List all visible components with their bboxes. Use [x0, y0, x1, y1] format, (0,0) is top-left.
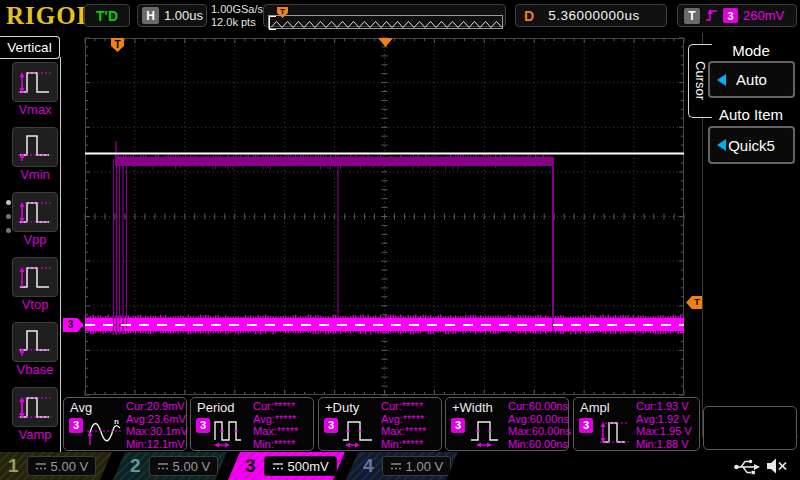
dc-coupling-icon [390, 462, 402, 471]
rigol-logo: RIGOL [6, 2, 94, 29]
left-triangle-icon [717, 74, 726, 86]
horizontal-position-indicator[interactable]: T [263, 4, 506, 27]
trigger-level-value: 260mV [743, 8, 784, 23]
channel-4-status[interactable]: 4 1.00 V [346, 452, 458, 480]
auto-item-label: Auto Item [706, 106, 796, 123]
ch3-position-marker[interactable]: 3 [63, 318, 84, 332]
channel-1-scale: 5.00 V [51, 459, 89, 474]
horizontal-scale-box[interactable]: H 1.00us [137, 4, 207, 27]
waveform-display: T [85, 38, 684, 395]
speaker-muted-icon[interactable] [765, 456, 791, 476]
ampl-max: 1.95 V [660, 425, 692, 437]
sidebar-item-vamp[interactable]: Vamp [12, 387, 58, 442]
window-bracket-icon [269, 16, 276, 30]
channel-4-number: 4 [363, 452, 374, 480]
avg-max: 30.1mV [150, 425, 188, 437]
dc-coupling-icon [35, 462, 47, 471]
channel-4-scale: 1.00 V [406, 459, 444, 474]
acquisition-info: 1.00GSa/s 12.0k pts [211, 3, 263, 29]
trigger-source-badge: 3 [723, 8, 738, 23]
sidebar-item-vpp[interactable]: Vpp [12, 192, 58, 247]
channel-1-status[interactable]: 1 5.00 V [0, 452, 112, 480]
trigger-position-label: T [114, 39, 120, 50]
duty-min: ***** [402, 438, 423, 450]
dc-coupling-icon [157, 462, 169, 471]
trigger-status-badge: T'D [84, 4, 130, 27]
vamp-icon [12, 387, 58, 427]
width-max: 60.00ns [532, 425, 571, 437]
duty-max: ***** [405, 425, 426, 437]
channel-badge: 3 [451, 418, 465, 433]
avg-measure-icon: n [85, 415, 125, 449]
channel-1-number: 1 [8, 452, 19, 480]
usb-icon [733, 457, 761, 477]
delay-readout-box[interactable]: D 5.36000000us [515, 4, 667, 27]
width-cur: 60.00ns [529, 400, 568, 412]
duty-avg: ***** [403, 413, 424, 425]
measurement-period[interactable]: Period 3 Cur:***** Avg:***** Max:***** M… [190, 397, 314, 451]
vpp-icon [12, 192, 58, 232]
left-menu-title: Vertical [0, 36, 60, 59]
h-label: H [142, 7, 159, 24]
memory-window [268, 15, 503, 29]
menu-page-dot [6, 228, 11, 233]
channel-2-status[interactable]: 2 5.00 V [113, 452, 227, 480]
avg-avg: 23.6mV [148, 413, 186, 425]
left-triangle-icon [717, 139, 726, 151]
dc-coupling-icon [272, 462, 284, 471]
measurement-duty[interactable]: +Duty 3 Cur:***** Avg:***** Max:***** Mi… [318, 397, 442, 451]
measurement-slot-empty [703, 406, 797, 450]
width-avg: 60.00ns [530, 413, 569, 425]
duty-cur: ***** [402, 400, 423, 412]
vbase-icon [12, 322, 58, 362]
period-cur: ***** [274, 400, 295, 412]
avg-cur: 20.9mV [147, 400, 185, 412]
menu-page-dot [6, 214, 11, 219]
oscilloscope-screen: RIGOL T'D H 1.00us 1.00GSa/s 12.0k pts T… [0, 0, 800, 480]
channel-badge: 3 [69, 418, 83, 433]
center-reference-icon [378, 38, 393, 47]
channel-badge: 3 [324, 418, 338, 433]
channel-2-number: 2 [130, 452, 141, 480]
rising-edge-icon [705, 8, 718, 23]
mode-label: Mode [706, 42, 796, 59]
vmax-icon [12, 62, 58, 102]
mode-button[interactable]: Auto [708, 61, 795, 98]
width-measure-icon [467, 415, 507, 449]
vmin-icon [12, 127, 58, 167]
channel-3-status[interactable]: 3 500mV [228, 452, 345, 480]
duty-measure-icon [340, 415, 380, 449]
trigger-position-marker[interactable]: T [111, 38, 124, 52]
sidebar-item-vbase[interactable]: Vbase [12, 322, 58, 377]
sidebar-item-vmax[interactable]: Vmax [12, 62, 58, 117]
channel-3-scale: 500mV [288, 459, 329, 474]
measurement-avg[interactable]: Avg 3 n Cur:20.9mV Avg:23.6mV Max:30.1mV… [63, 397, 187, 451]
trigger-level-marker[interactable]: T [686, 296, 703, 309]
channel-badge: 3 [196, 418, 210, 433]
mode-value: Auto [736, 71, 767, 88]
channel-2-scale: 5.00 V [173, 459, 211, 474]
auto-item-button[interactable]: Quick5 [708, 126, 795, 164]
sidebar-item-vtop[interactable]: Vtop [12, 257, 58, 312]
delay-label: D [524, 8, 534, 24]
width-min: 60.00ns [529, 438, 568, 450]
sidebar-divider [60, 57, 61, 452]
sidebar-item-vmin[interactable]: Vmin [12, 127, 58, 182]
measurement-width[interactable]: +Width 3 Cur:60.00ns Avg:60.00ns Max:60.… [445, 397, 569, 451]
memory-waveform-icon [269, 18, 502, 30]
sample-rate: 1.00GSa/s [211, 3, 263, 16]
channel-badge: 3 [579, 418, 593, 433]
trigger-label: T [684, 8, 700, 24]
trigger-readout-box[interactable]: T 3 260mV [677, 4, 797, 27]
period-min: ***** [274, 438, 295, 450]
ampl-min: 1.88 V [657, 438, 689, 450]
h-scale-value: 1.00us [164, 8, 203, 23]
ampl-measure-icon [595, 415, 635, 449]
measurement-ampl[interactable]: Ampl 3 Cur:1.93 V Avg:1.92 V Max:1.95 V … [573, 397, 700, 451]
vtop-icon [12, 257, 58, 297]
period-avg: ***** [275, 413, 296, 425]
channel-3-number: 3 [245, 452, 256, 480]
svg-text:n: n [114, 417, 119, 426]
ampl-avg: 1.92 V [658, 413, 690, 425]
period-measure-icon [212, 415, 252, 449]
